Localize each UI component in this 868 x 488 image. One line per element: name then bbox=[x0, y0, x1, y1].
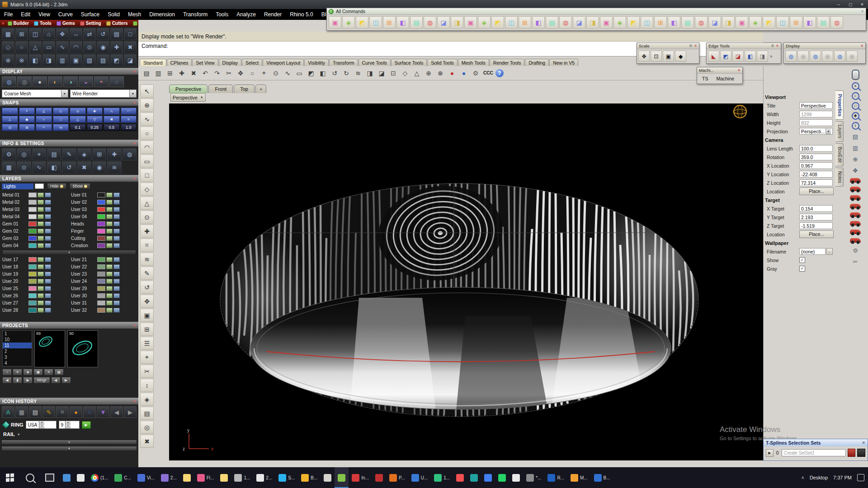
layer-color-swatch[interactable] bbox=[97, 221, 105, 226]
layer-row[interactable]: User 32 bbox=[71, 306, 136, 314]
project-item[interactable]: 11 bbox=[3, 343, 32, 348]
layer-visibility-toggle[interactable] bbox=[106, 300, 113, 305]
matrix-tab-render[interactable]: Render bbox=[131, 21, 138, 26]
command-icon[interactable]: ◍ bbox=[424, 16, 436, 28]
layer-row[interactable]: User 19 bbox=[2, 270, 67, 277]
delete-set-button[interactable] bbox=[848, 449, 856, 457]
layer-lock-toggle[interactable] bbox=[45, 272, 51, 277]
close-icon[interactable]: ✕ bbox=[776, 44, 779, 48]
toolbar-icon[interactable]: ● bbox=[447, 68, 458, 79]
viewport-tool-icon[interactable]: ⊞ bbox=[140, 323, 154, 336]
help-icon[interactable]: ? bbox=[495, 69, 504, 77]
settings-icon[interactable]: ⊞ bbox=[92, 148, 106, 160]
tool-icon[interactable]: ⊕ bbox=[2, 54, 14, 66]
render-car-icon[interactable] bbox=[850, 178, 861, 183]
close-icon[interactable]: ✕ bbox=[1, 21, 5, 26]
ribbon-tab-render-tools[interactable]: Render Tools bbox=[490, 59, 525, 66]
selection-set-prev-button[interactable]: ▶ bbox=[766, 449, 774, 457]
tool-icon[interactable]: ◇ bbox=[2, 41, 14, 53]
viewport-tool-icon[interactable]: ◠ bbox=[140, 141, 154, 154]
tsplines-titlebar[interactable]: T-Splines Selection Sets ✕ bbox=[764, 439, 868, 446]
layer-row[interactable]: User 17 bbox=[2, 256, 67, 263]
layer-lock-toggle[interactable] bbox=[45, 221, 51, 226]
layer-lock-toggle[interactable] bbox=[113, 243, 120, 248]
tool-icon[interactable]: ↺ bbox=[97, 28, 109, 40]
taskbar-app[interactable]: 2... bbox=[253, 467, 275, 488]
layer-visibility-toggle[interactable] bbox=[106, 272, 113, 277]
layer-color-swatch[interactable] bbox=[97, 308, 105, 313]
command-icon[interactable]: ▣ bbox=[736, 16, 748, 28]
command-icon[interactable]: ▣ bbox=[329, 16, 341, 28]
layer-row[interactable]: Cutting bbox=[71, 235, 136, 242]
command-icon[interactable]: ◧ bbox=[396, 16, 409, 28]
command-icon[interactable]: ▤ bbox=[546, 16, 558, 28]
layer-row[interactable]: User 22 bbox=[71, 263, 136, 270]
viewport-tool-icon[interactable]: ↺ bbox=[140, 281, 154, 294]
project-control-button[interactable]: ▦ bbox=[54, 369, 64, 375]
section-close-icon[interactable]: ✕ bbox=[133, 70, 136, 74]
history-icon[interactable]: ● bbox=[70, 406, 82, 418]
layer-color-swatch[interactable] bbox=[28, 293, 37, 298]
toolbar-icon[interactable]: ↺ bbox=[329, 68, 340, 79]
display-mode-icon[interactable]: ◎ bbox=[17, 76, 32, 87]
layer-row[interactable]: User 30 bbox=[71, 292, 136, 299]
menu-solid[interactable]: Solid bbox=[104, 9, 124, 20]
layer-color-swatch[interactable] bbox=[28, 229, 37, 234]
ribbon-tab-mesh-tools[interactable]: Mesh Tools bbox=[458, 59, 489, 66]
snap-button[interactable]: % bbox=[53, 124, 69, 131]
display-mode-icon[interactable]: ◓ bbox=[94, 76, 108, 87]
edge-tools-titlebar[interactable]: Edge Tools ⚙ ✕ bbox=[707, 43, 781, 49]
layer-lock-toggle[interactable] bbox=[113, 264, 120, 269]
settings-icon[interactable]: ⌖ bbox=[32, 148, 46, 160]
zoom-icon[interactable]: ✥ bbox=[852, 112, 859, 120]
project-pager-button[interactable]: ◀ bbox=[51, 377, 61, 384]
start-button[interactable] bbox=[0, 467, 20, 488]
layer-lock-toggle[interactable] bbox=[45, 279, 51, 284]
edge-tool-icon[interactable]: ◧ bbox=[745, 51, 756, 62]
toolbar-icon[interactable]: ↻ bbox=[341, 68, 352, 79]
project-control-button[interactable]: ✕ bbox=[44, 369, 53, 375]
menu-analyze[interactable]: Analyze bbox=[232, 9, 260, 20]
taskbar-app[interactable]: M... bbox=[567, 467, 591, 488]
layer-visibility-toggle[interactable] bbox=[38, 192, 44, 197]
ring-size-dropdown[interactable]: 9 ▲▼ bbox=[59, 421, 80, 429]
layer-lock-toggle[interactable] bbox=[113, 192, 120, 197]
history-icon[interactable]: ▤ bbox=[29, 406, 42, 418]
layer-visibility-toggle[interactable] bbox=[106, 192, 113, 197]
settings-icon[interactable]: ✖ bbox=[77, 161, 91, 174]
chevron-down-icon[interactable]: ▼ bbox=[61, 90, 68, 97]
layer-row[interactable]: Gem 01 bbox=[2, 220, 67, 227]
browse-button[interactable]: ... bbox=[826, 248, 833, 255]
matrix-tab-cutters[interactable]: Cutters bbox=[104, 21, 130, 26]
viewport-tool-icon[interactable]: ✥ bbox=[140, 295, 154, 308]
mesh-quality-dropdown[interactable]: Coarse Mesh ▼ bbox=[2, 89, 68, 98]
menu-render[interactable]: Render bbox=[260, 9, 286, 20]
layer-visibility-toggle[interactable] bbox=[106, 214, 113, 219]
taskbar-app[interactable] bbox=[217, 467, 231, 488]
machine-tab-machine[interactable]: Machine bbox=[712, 75, 738, 82]
display-globe-icon[interactable]: ◎ bbox=[797, 51, 809, 62]
projects-section-header[interactable]: PROJECTS ✕ bbox=[0, 322, 138, 329]
viewport-tab-perspective[interactable]: Perspective bbox=[169, 84, 208, 93]
command-icon[interactable]: ◩ bbox=[356, 16, 368, 28]
tool-icon[interactable]: ⌂ bbox=[42, 28, 55, 40]
project-pager-button[interactable]: ▶ bbox=[23, 377, 33, 384]
tool-icon[interactable]: ⊙ bbox=[83, 41, 96, 53]
toolbar-icon[interactable]: ↶ bbox=[200, 68, 211, 79]
taskbar-app[interactable]: Fl... bbox=[194, 467, 217, 488]
tool-icon[interactable]: ▭ bbox=[42, 41, 55, 53]
layer-lock-toggle[interactable] bbox=[113, 286, 120, 291]
layer-color-swatch[interactable] bbox=[97, 243, 105, 248]
layer-color-swatch[interactable] bbox=[97, 236, 105, 241]
command-icon[interactable]: ⊞ bbox=[519, 16, 531, 28]
tool-icon[interactable]: ◩ bbox=[110, 54, 123, 66]
tool-icon[interactable]: ▦ bbox=[2, 28, 14, 40]
layer-lock-toggle[interactable] bbox=[113, 272, 120, 277]
property-value[interactable]: 2.193 bbox=[799, 214, 833, 221]
command-icon[interactable]: ◧ bbox=[668, 16, 680, 28]
taskbar-app[interactable]: (1... bbox=[88, 467, 111, 488]
layer-color-swatch[interactable] bbox=[97, 229, 105, 234]
snap-button[interactable]: △ bbox=[70, 116, 86, 123]
project-pager-button[interactable]: ▮ bbox=[13, 377, 22, 384]
viewport-tool-icon[interactable]: △ bbox=[140, 197, 154, 210]
